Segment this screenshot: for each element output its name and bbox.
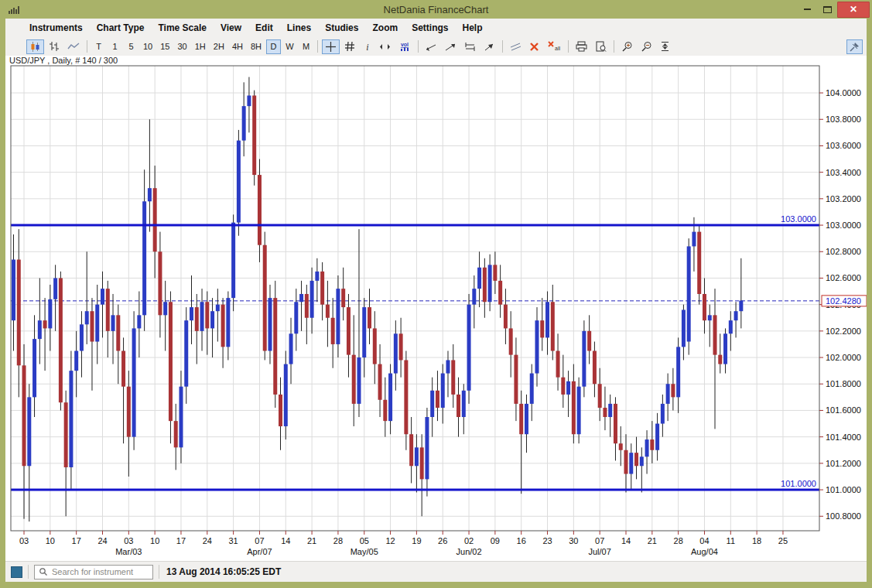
menu-item-time-scale[interactable]: Time Scale	[151, 19, 213, 37]
menu-item-instruments[interactable]: Instruments	[22, 19, 90, 37]
line-chart-icon[interactable]	[64, 39, 83, 54]
menu-item-settings[interactable]: Settings	[405, 19, 455, 37]
svg-text:17: 17	[176, 536, 186, 545]
svg-text:28: 28	[333, 536, 343, 545]
svg-text:101.6000: 101.6000	[826, 405, 861, 415]
print-preview-icon[interactable]	[592, 39, 610, 54]
period-8h-button[interactable]: 8H	[248, 39, 265, 54]
delete-all-lines-icon[interactable]: all	[544, 39, 564, 54]
svg-text:14: 14	[281, 536, 290, 545]
svg-text:102.8000: 102.8000	[826, 247, 861, 256]
svg-text:18: 18	[752, 536, 761, 545]
svg-text:103.2000: 103.2000	[826, 194, 861, 203]
period-tick-button[interactable]: T	[91, 39, 106, 54]
window-title: NetDania FinanceChart	[0, 4, 872, 15]
ohlc-bar-chart-icon[interactable]	[46, 39, 63, 54]
svg-text:12: 12	[385, 536, 395, 545]
info-icon[interactable]: i	[360, 39, 374, 54]
toolbar-separator	[317, 40, 318, 53]
svg-text:24: 24	[203, 536, 212, 545]
period-2h-button[interactable]: 2H	[210, 39, 227, 54]
title-bar: NetDania FinanceChart ✕	[0, 0, 872, 19]
period-10min-button[interactable]: 10	[140, 39, 156, 54]
period-1h-button[interactable]: 1H	[192, 39, 209, 54]
price-chart[interactable]: 103.0000101.0000100.8000101.0000101.2000…	[5, 56, 867, 561]
svg-text:02: 02	[464, 536, 474, 545]
svg-text:10: 10	[150, 536, 159, 545]
period-daily-button[interactable]: D	[266, 39, 281, 54]
svg-text:24: 24	[97, 536, 107, 545]
svg-text:17: 17	[72, 536, 81, 545]
status-separator	[159, 565, 159, 579]
svg-text:21: 21	[648, 536, 657, 545]
trend-ray-icon[interactable]	[442, 39, 460, 54]
svg-text:103.4000: 103.4000	[826, 168, 861, 177]
crosshair-icon[interactable]	[322, 39, 340, 54]
toolbar: T151015301H2H4H8HDWMivolall	[5, 37, 867, 56]
svg-text:31: 31	[229, 536, 238, 545]
chart-region: USD/JPY , Daily, # 140 / 300 103.0000101…	[5, 56, 867, 561]
svg-text:04: 04	[699, 536, 709, 545]
svg-text:102.2000: 102.2000	[826, 326, 861, 336]
svg-text:104.0000: 104.0000	[826, 88, 861, 97]
svg-text:102.4280: 102.4280	[826, 296, 861, 306]
period-4h-button[interactable]: 4H	[229, 39, 246, 54]
toolbar-separator	[418, 40, 419, 53]
draw-arrow-icon[interactable]	[480, 39, 498, 54]
zoom-in-icon[interactable]	[618, 39, 636, 54]
candlestick-chart-icon[interactable]	[26, 39, 44, 54]
menu-item-chart-type[interactable]: Chart Type	[90, 19, 152, 37]
svg-text:09: 09	[491, 536, 500, 545]
period-weekly-button[interactable]: W	[282, 39, 297, 54]
period-1min-button[interactable]: 1	[108, 39, 122, 54]
clock-text: 13 Aug 2014 16:05:25 EDT	[166, 566, 281, 577]
svg-text:101.0000: 101.0000	[781, 479, 816, 488]
scroll-horizontal-icon[interactable]	[376, 39, 394, 54]
svg-text:103.6000: 103.6000	[826, 141, 861, 150]
svg-text:03: 03	[124, 536, 133, 545]
svg-text:Mar/03: Mar/03	[115, 547, 142, 556]
period-monthly-button[interactable]: M	[299, 39, 313, 54]
svg-text:Aug/04: Aug/04	[691, 547, 718, 556]
period-5min-button[interactable]: 5	[124, 39, 138, 54]
menu-item-studies[interactable]: Studies	[318, 19, 365, 37]
status-separator	[28, 565, 29, 579]
menu-item-lines[interactable]: Lines	[280, 19, 318, 37]
period-15min-button[interactable]: 15	[157, 39, 173, 54]
svg-text:103.0000: 103.0000	[781, 214, 816, 224]
print-icon[interactable]	[573, 39, 590, 54]
zoom-out-icon[interactable]	[638, 39, 655, 54]
svg-text:101.8000: 101.8000	[826, 379, 861, 388]
svg-text:26: 26	[438, 536, 447, 545]
status-bar: 13 Aug 2014 16:05:25 EDT	[5, 561, 867, 582]
svg-text:25: 25	[778, 536, 788, 545]
search-input[interactable]	[50, 566, 152, 577]
svg-text:May/05: May/05	[351, 547, 378, 556]
instrument-search-box[interactable]	[34, 565, 153, 579]
period-30min-button[interactable]: 30	[175, 39, 190, 54]
svg-text:10: 10	[46, 536, 55, 545]
trend-line-icon[interactable]	[422, 39, 440, 54]
parallel-lines-icon[interactable]	[507, 39, 525, 54]
svg-text:103.0000: 103.0000	[826, 220, 861, 230]
svg-text:30: 30	[569, 536, 578, 545]
volume-icon[interactable]: vol	[395, 39, 414, 54]
svg-text:i: i	[366, 42, 368, 52]
menu-item-edit[interactable]: Edit	[248, 19, 280, 37]
svg-text:103.8000: 103.8000	[826, 115, 861, 124]
svg-text:19: 19	[412, 536, 421, 545]
lock-panel-icon[interactable]	[846, 39, 863, 54]
window-content: InstrumentsChart TypeTime ScaleViewEditL…	[5, 19, 867, 582]
connection-status-icon	[11, 566, 22, 578]
horizontal-line-icon[interactable]	[461, 39, 479, 54]
menu-item-help[interactable]: Help	[455, 19, 489, 37]
menu-item-zoom[interactable]: Zoom	[365, 19, 405, 37]
svg-text:23: 23	[542, 536, 552, 545]
fit-vertical-scale-icon[interactable]	[657, 39, 673, 54]
grid-toggle-icon[interactable]	[341, 39, 358, 54]
toolbar-separator	[614, 40, 614, 53]
delete-line-icon[interactable]	[526, 39, 542, 54]
svg-text:vol: vol	[401, 42, 409, 47]
svg-text:05: 05	[360, 536, 369, 545]
menu-item-view[interactable]: View	[214, 19, 248, 37]
